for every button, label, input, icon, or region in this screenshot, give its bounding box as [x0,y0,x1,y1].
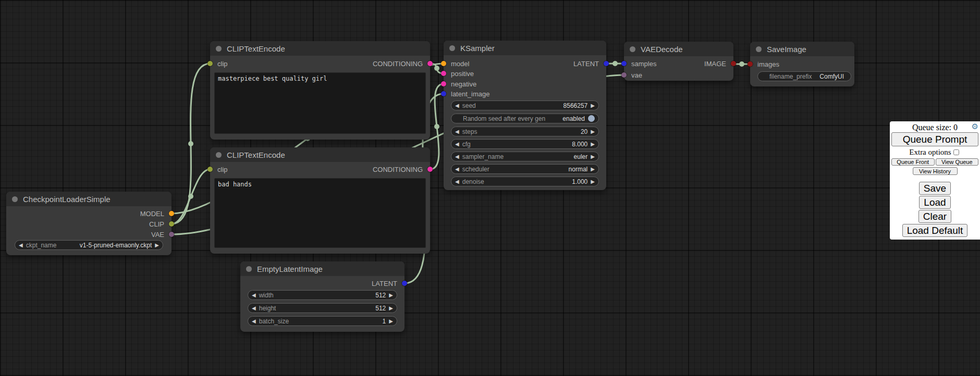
node-collapse-icon[interactable] [12,196,18,202]
widget-label: steps [462,128,477,135]
output-port-latent[interactable] [402,281,407,286]
decrement-arrow-icon[interactable]: ◀ [252,319,256,324]
node-title-bar[interactable]: KSampler [444,41,606,55]
node-title-bar[interactable]: SaveImage [750,42,854,56]
toggle-on-icon[interactable] [588,115,595,122]
widget-filename-prefix[interactable]: filename_prefix ComfyUI [757,71,851,81]
input-port-model[interactable] [441,61,446,66]
input-slot-positive: positive [444,68,474,79]
widget-sampler-name[interactable]: ◀ sampler_name euler ▶ [451,152,599,161]
queue-front-button[interactable]: Queue Front [891,158,935,166]
node-collapse-icon[interactable] [756,46,762,52]
load-default-button[interactable]: Load Default [902,224,968,237]
node-title-bar[interactable]: CLIPTextEncode [210,147,430,162]
decrement-arrow-icon[interactable]: ◀ [455,167,459,172]
prompt-textarea[interactable]: masterpiece best quality girl [214,72,426,134]
decrement-arrow-icon[interactable]: ◀ [455,179,459,184]
view-queue-button[interactable]: View Queue [936,158,979,166]
node-ksampler[interactable]: KSampler model positive negative latent_… [444,41,606,190]
decrement-arrow-icon[interactable]: ◀ [455,129,459,134]
widget-ckpt-name[interactable]: ◀ ckpt_name v1-5-pruned-emaonly.ckpt ▶ [15,240,163,250]
input-port-latent-image[interactable] [441,91,446,96]
node-collapse-icon[interactable] [449,45,455,51]
settings-gear-icon[interactable]: ⚙ [972,122,978,130]
node-saveimage[interactable]: SaveImage images filename_prefix ComfyUI [750,42,854,86]
input-slot-samples: samples [624,58,656,69]
decrement-arrow-icon[interactable]: ◀ [455,142,459,147]
input-port-negative[interactable] [441,81,446,86]
node-checkpointloadersimple[interactable]: CheckpointLoaderSimple MODEL CLIP VAE ◀ … [6,192,172,255]
prompt-textarea[interactable]: bad hands [214,178,426,248]
node-emptylatentimage[interactable]: EmptyLatentImage LATENT ◀ width 512 ▶ ◀ … [240,261,405,332]
node-cliptextencode-positive[interactable]: CLIPTextEncode clip CONDITIONING masterp… [210,41,430,140]
increment-arrow-icon[interactable]: ▶ [591,142,595,147]
graph-canvas[interactable]: CheckpointLoaderSimple MODEL CLIP VAE ◀ … [0,0,980,376]
increment-arrow-icon[interactable]: ▶ [591,179,595,184]
input-port-positive[interactable] [441,71,446,76]
output-slot-latent: LATENT [573,58,606,69]
slot-label: CLIP [149,220,164,228]
view-history-button[interactable]: View History [913,167,958,175]
node-cliptextencode-negative[interactable]: CLIPTextEncode clip CONDITIONING bad han… [210,147,430,254]
increment-arrow-icon[interactable]: ▶ [591,103,595,108]
widget-scheduler[interactable]: ◀ scheduler normal ▶ [451,164,599,174]
increment-arrow-icon[interactable]: ▶ [591,167,595,172]
slot-label: MODEL [140,210,164,218]
node-title-bar[interactable]: CheckpointLoaderSimple [6,192,172,206]
widget-width[interactable]: ◀ width 512 ▶ [248,290,397,300]
input-port-clip[interactable] [207,61,213,66]
clear-button[interactable]: Clear [918,210,951,223]
widget-value: 1 [383,318,386,325]
increment-arrow-icon[interactable]: ▶ [591,154,595,159]
node-title-text: CheckpointLoaderSimple [23,195,111,204]
widget-random-seed-toggle[interactable]: Random seed after every gen enabled [451,114,599,123]
output-port-vae[interactable] [169,232,174,237]
output-port-conditioning[interactable] [427,167,433,172]
widget-steps[interactable]: ◀ steps 20 ▶ [451,127,599,136]
node-collapse-icon[interactable] [216,46,222,52]
decrement-arrow-icon[interactable]: ◀ [252,306,256,311]
queue-prompt-button[interactable]: Queue Prompt [891,132,978,146]
node-collapse-icon[interactable] [630,46,635,52]
increment-arrow-icon[interactable]: ▶ [389,319,393,324]
node-title-bar[interactable]: EmptyLatentImage [240,261,405,276]
output-port-clip[interactable] [169,221,174,227]
node-title-bar[interactable]: VAEDecode [624,42,733,56]
widget-value: 512 [375,305,386,312]
input-port-vae[interactable] [621,72,627,78]
widget-label: batch_size [259,318,289,325]
save-button[interactable]: Save [919,182,951,195]
input-port-images[interactable] [748,61,753,67]
output-port-latent[interactable] [604,61,609,66]
increment-arrow-icon[interactable]: ▶ [389,293,393,298]
node-vaedecode[interactable]: VAEDecode samples vae IMAGE [624,42,733,81]
node-collapse-icon[interactable] [216,152,222,158]
widget-height[interactable]: ◀ height 512 ▶ [248,303,397,313]
slot-label: LATENT [573,60,599,68]
widget-denoise[interactable]: ◀ denoise 1.000 ▶ [451,177,599,186]
input-slot-negative: negative [444,79,476,89]
extra-options-checkbox[interactable] [953,149,959,155]
input-port-clip[interactable] [207,167,213,172]
increment-arrow-icon[interactable]: ▶ [155,243,159,248]
decrement-arrow-icon[interactable]: ◀ [455,103,459,108]
increment-arrow-icon[interactable]: ▶ [389,306,393,311]
decrement-arrow-icon[interactable]: ◀ [19,243,23,248]
decrement-arrow-icon[interactable]: ◀ [252,293,256,298]
widget-seed[interactable]: ◀ seed 8566257 ▶ [451,101,599,110]
output-port-model[interactable] [169,211,174,216]
node-title-bar[interactable]: CLIPTextEncode [210,41,430,56]
input-slot-clip: clip [210,58,228,69]
decrement-arrow-icon[interactable]: ◀ [455,154,459,159]
slot-label: CONDITIONING [373,166,423,173]
widget-cfg[interactable]: ◀ cfg 8.000 ▶ [451,139,599,149]
widget-batch-size[interactable]: ◀ batch_size 1 ▶ [248,316,397,326]
output-port-image[interactable] [731,61,736,66]
increment-arrow-icon[interactable]: ▶ [591,129,595,134]
input-port-samples[interactable] [621,61,627,66]
queue-size-label: Queue size: 0 [890,123,980,132]
extra-options-label: Extra options [909,148,951,156]
node-collapse-icon[interactable] [246,266,252,272]
load-button[interactable]: Load [919,196,950,209]
output-port-conditioning[interactable] [427,61,433,66]
